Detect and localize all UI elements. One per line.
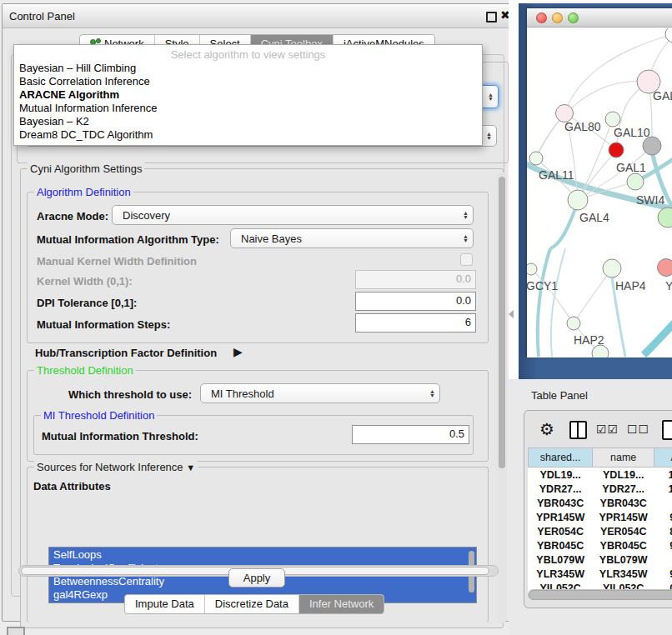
- column-header-shared-name[interactable]: shared...: [529, 448, 593, 468]
- table-row[interactable]: YBR043CYBR043C: [529, 496, 672, 510]
- list-item[interactable]: BetweennessCentrality: [53, 575, 164, 588]
- dropdown-item-selected[interactable]: ARACNE Algorithm: [19, 88, 119, 101]
- list-item[interactable]: SelfLoops: [53, 548, 102, 561]
- group-title: MI Threshold Definition: [41, 409, 157, 422]
- network-window[interactable]: GAL GAL80 GAL10 GAL11 GAL1 SWI4 GAL4 GCY…: [527, 8, 672, 358]
- bottom-tabs: Impute Data Discretize Data Infer Networ…: [124, 594, 384, 614]
- table-panel-title: Table Panel: [531, 389, 588, 402]
- settings-vertical-scrollbar[interactable]: [497, 172, 507, 623]
- kernel-width-label: Kernel Width (0,1):: [37, 275, 133, 288]
- mi-steps-field[interactable]: 6: [355, 313, 476, 332]
- node-label: GCY1: [527, 279, 558, 292]
- dropdown-item[interactable]: Basic Correlation Inference: [19, 75, 150, 88]
- node: [665, 28, 672, 42]
- tab-infer-network[interactable]: Infer Network: [299, 595, 384, 613]
- mi-type-label: Mutual Information Algorithm Type:: [37, 233, 219, 246]
- dropdown-item[interactable]: Bayesian – K2: [19, 115, 89, 128]
- splitter-collapse-icon[interactable]: [509, 310, 514, 318]
- node-right-green: [658, 208, 672, 228]
- scrollbar-thumb[interactable]: [499, 177, 505, 468]
- tab-discretize-data[interactable]: Discretize Data: [205, 595, 299, 613]
- stepper-icon: ▲▼: [429, 389, 435, 398]
- mac-close-icon[interactable]: [536, 12, 547, 23]
- hub-definition-label[interactable]: Hub/Transcription Factor Definition: [35, 347, 217, 359]
- panel-title: Control Panel: [9, 10, 75, 22]
- table-row[interactable]: YLR345WYLR345W9.: [529, 567, 672, 581]
- sources-title: Sources for Network Inference: [37, 461, 183, 473]
- node-red-selected: [609, 142, 624, 158]
- panel-doc-icon[interactable]: [662, 420, 672, 440]
- which-threshold-value: MI Threshold: [211, 388, 274, 400]
- group-title: Algorithm Definition: [34, 186, 133, 198]
- dropdown-item[interactable]: Bayesian – Hill Climbing: [19, 62, 136, 74]
- gear-icon[interactable]: ⚙: [539, 419, 554, 439]
- mi-steps-label: Mutual Information Steps:: [37, 318, 170, 331]
- list-item[interactable]: gal4RGexp: [53, 588, 108, 601]
- node-gal1: [627, 173, 644, 190]
- column-header-name[interactable]: name: [593, 448, 654, 468]
- docked-panel-icon[interactable]: [7, 627, 25, 635]
- mi-threshold-label: Mutual Information Threshold:: [42, 430, 198, 442]
- tab-label: Infer Network: [309, 598, 374, 610]
- node-bottom: [592, 345, 609, 358]
- aracne-mode-combo[interactable]: Discovery ▲▼: [112, 205, 474, 225]
- float-window-icon[interactable]: [486, 12, 497, 22]
- aracne-mode-label: Aracne Mode:: [37, 210, 108, 222]
- mi-threshold-field[interactable]: 0.5: [352, 425, 469, 444]
- table-row[interactable]: YBR045CYBR045C9.: [529, 538, 672, 552]
- manual-kernel-label: Manual Kernel Width Definition: [37, 255, 197, 268]
- table-row[interactable]: YDL19...YDL19...13: [529, 468, 672, 482]
- deselect-all-checkboxes-icon[interactable]: ☐☐: [627, 422, 649, 436]
- tab-label: Discretize Data: [215, 598, 288, 610]
- tab-impute-data[interactable]: Impute Data: [125, 595, 205, 613]
- collapse-down-icon[interactable]: ▼: [186, 462, 195, 472]
- aracne-mode-value: Discovery: [123, 209, 170, 222]
- node-table: shared... name A YDL19...YDL19...13 YDR2…: [528, 448, 672, 595]
- mi-type-value: Naive Bayes: [241, 232, 302, 245]
- node-label: GAL10: [614, 126, 650, 139]
- network-view-frame: GAL GAL80 GAL10 GAL11 GAL1 SWI4 GAL4 GCY…: [519, 3, 672, 379]
- select-all-checkboxes-icon[interactable]: ☑☑: [596, 422, 619, 436]
- algorithm-dropdown-popup: Select algorithm to view settings Bayesi…: [13, 44, 483, 146]
- manual-kernel-checkbox[interactable]: [460, 253, 473, 266]
- node-gal11: [529, 152, 543, 165]
- control-panel-titlebar: Control Panel ✖: [3, 4, 509, 28]
- table-row[interactable]: YBL079WYBL079W: [529, 552, 672, 567]
- group-title: Cyni Algorithm Settings: [28, 162, 144, 175]
- table-panel-titlebar: Table Panel: [509, 379, 672, 408]
- data-attributes-label: Data Attributes: [33, 480, 111, 492]
- table-row[interactable]: YER054CYER054C8.: [529, 524, 672, 538]
- split-columns-icon[interactable]: [569, 421, 587, 439]
- node-label: SWI4: [636, 193, 664, 207]
- dpi-tolerance-field[interactable]: 0.0: [355, 292, 476, 311]
- node-label: HAP4: [615, 279, 646, 292]
- expand-right-icon[interactable]: ▶: [233, 345, 243, 358]
- node-label: GAL4: [579, 211, 609, 224]
- mac-minimize-icon[interactable]: [552, 12, 563, 23]
- apply-button[interactable]: Apply: [228, 568, 285, 588]
- dropdown-item[interactable]: Dream8 DC_TDC Algorithm: [19, 128, 153, 141]
- node-label: GAL1: [616, 161, 646, 174]
- network-window-titlebar: [527, 8, 672, 28]
- table-window: ⚙ ☑☑ ☐☐ shared... name A YDL19...YDL19..…: [524, 410, 672, 608]
- table-row[interactable]: YDR27...YDR27...12: [529, 482, 672, 496]
- dropdown-item[interactable]: Mutual Information Inference: [19, 102, 157, 114]
- node-hap4: [603, 259, 621, 278]
- node-label: Y: [665, 279, 672, 292]
- node-label: HAP2: [574, 333, 604, 347]
- dpi-tolerance-label: DPI Tolerance [0,1]:: [37, 297, 137, 309]
- mi-algorithm-type-combo[interactable]: Naive Bayes ▲▼: [230, 228, 474, 248]
- node-gal4: [568, 190, 588, 210]
- kernel-width-field[interactable]: 0.0: [355, 270, 476, 289]
- which-threshold-combo[interactable]: MI Threshold ▲▼: [200, 383, 440, 403]
- table-row[interactable]: YPR145WYPR145W9.: [529, 510, 672, 524]
- stepper-icon: ▲▼: [463, 211, 469, 219]
- mac-zoom-icon[interactable]: [568, 12, 579, 23]
- column-header-partial[interactable]: A: [654, 448, 672, 468]
- scrollbar-thumb[interactable]: [529, 590, 672, 600]
- node-gcy1: [527, 263, 537, 275]
- stepper-icon: ▲▼: [463, 234, 469, 242]
- table-horizontal-scrollbar[interactable]: [528, 589, 672, 600]
- table-header-row: shared... name A: [529, 448, 672, 468]
- which-threshold-label: Which threshold to use:: [68, 388, 192, 401]
